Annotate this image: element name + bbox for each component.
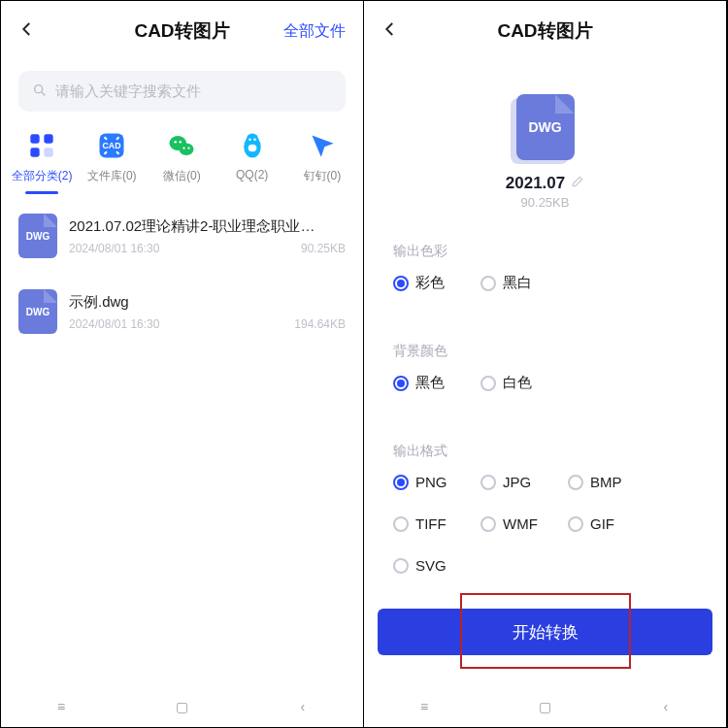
file-name-row[interactable]: 2021.07	[506, 174, 584, 193]
ding-icon	[306, 129, 339, 162]
convert-settings-panel: CAD转图片 DWG 2021.07 90.25KB 输出色彩 彩色黑白 背景颜…	[364, 1, 727, 727]
radio-icon	[393, 516, 409, 532]
search-input[interactable]: 请输入关键字搜索文件	[18, 71, 346, 112]
radio-option[interactable]: 黑色	[393, 374, 451, 392]
file-type-icon: DWG	[18, 214, 57, 258]
category-label: QQ(2)	[236, 168, 268, 182]
file-type-icon: DWG	[18, 289, 57, 334]
android-nav-bar: ≡ ▢ ‹	[364, 686, 726, 727]
category-tab[interactable]: QQ(2)	[217, 129, 287, 184]
recent-icon[interactable]: ≡	[414, 699, 434, 714]
radio-icon	[480, 276, 496, 291]
card-title: 输出色彩	[393, 243, 697, 260]
option-label: 黑白	[503, 274, 532, 292]
card-title: 输出格式	[393, 443, 697, 460]
category-label: 微信(0)	[163, 168, 201, 184]
option-label: JPG	[503, 474, 531, 490]
back-icon[interactable]	[381, 20, 399, 43]
file-size: 90.25KB	[301, 242, 346, 255]
option-label: PNG	[415, 474, 447, 490]
background-color-card: 背景颜色 黑色白色	[378, 329, 712, 410]
svg-rect-2	[30, 134, 39, 143]
edit-icon[interactable]	[571, 174, 584, 193]
svg-line-1	[42, 92, 45, 95]
radio-option[interactable]: 彩色	[393, 274, 451, 292]
category-tab[interactable]: 微信(0)	[147, 129, 216, 184]
radio-icon	[480, 376, 496, 391]
svg-point-0	[35, 84, 43, 92]
option-label: 白色	[503, 374, 532, 392]
svg-rect-3	[44, 134, 52, 143]
header: CAD转图片	[364, 1, 726, 61]
category-tab[interactable]: 钉钉(0)	[287, 129, 357, 184]
radio-option[interactable]: PNG	[393, 474, 451, 490]
file-name: 2021.07.02理论精讲2-职业理念职业…	[69, 217, 346, 236]
radio-icon	[568, 475, 583, 490]
radio-icon	[480, 516, 496, 532]
page-title: CAD转图片	[497, 18, 592, 44]
recent-icon[interactable]: ≡	[51, 699, 71, 714]
search-placeholder: 请输入关键字搜索文件	[55, 83, 201, 101]
home-icon[interactable]: ▢	[172, 699, 191, 714]
header: CAD转图片 全部文件	[1, 1, 363, 61]
file-date: 2024/08/01 16:30	[69, 317, 159, 331]
cad-icon: CAD	[95, 129, 128, 162]
back-nav-icon[interactable]: ‹	[656, 699, 676, 714]
option-label: 黑色	[415, 374, 445, 392]
start-convert-button[interactable]: 开始转换	[378, 609, 712, 655]
radio-option[interactable]: SVG	[393, 557, 451, 574]
category-label: 钉钉(0)	[304, 168, 342, 184]
radio-option[interactable]: GIF	[568, 515, 626, 532]
radio-icon	[393, 558, 409, 574]
home-icon[interactable]: ▢	[535, 699, 554, 714]
svg-point-11	[180, 141, 182, 144]
radio-icon	[480, 475, 496, 490]
file-item[interactable]: DWG示例.dwg2024/08/01 16:30194.64KB	[1, 274, 363, 349]
svg-point-10	[175, 141, 178, 144]
svg-point-16	[248, 139, 251, 142]
file-size: 194.64KB	[294, 317, 346, 331]
file-name: 示例.dwg	[69, 293, 346, 312]
highlight-box	[460, 593, 631, 669]
category-label: 文件库(0)	[87, 168, 137, 184]
category-tab[interactable]: CAD文件库(0)	[77, 129, 147, 184]
svg-point-12	[183, 147, 185, 149]
option-label: TIFF	[415, 515, 447, 532]
file-item[interactable]: DWG2021.07.02理论精讲2-职业理念职业…2024/08/01 16:…	[1, 198, 363, 274]
file-size: 90.25KB	[521, 195, 570, 210]
output-color-card: 输出色彩 彩色黑白	[378, 229, 712, 310]
svg-text:CAD: CAD	[103, 141, 121, 150]
radio-option[interactable]: 白色	[480, 374, 539, 392]
radio-icon	[393, 376, 409, 391]
category-tabs: 全部分类(2)CAD文件库(0)微信(0)QQ(2)钉钉(0)	[1, 129, 363, 198]
file-list: DWG2021.07.02理论精讲2-职业理念职业…2024/08/01 16:…	[1, 198, 363, 349]
qq-icon	[236, 129, 269, 162]
back-nav-icon[interactable]: ‹	[293, 699, 313, 714]
option-label: BMP	[590, 474, 622, 490]
android-nav-bar: ≡ ▢ ‹	[1, 686, 363, 727]
option-label: WMF	[503, 515, 538, 532]
radio-option[interactable]: BMP	[568, 474, 626, 490]
file-date: 2024/08/01 16:30	[69, 242, 159, 255]
file-preview: DWG 2021.07 90.25KB	[364, 61, 726, 219]
option-label: SVG	[415, 557, 447, 574]
svg-point-18	[248, 145, 256, 152]
file-name: 2021.07	[506, 174, 565, 193]
radio-option[interactable]: JPG	[480, 474, 539, 490]
back-icon[interactable]	[18, 20, 36, 43]
all-files-link[interactable]: 全部文件	[283, 21, 346, 42]
svg-point-13	[188, 147, 190, 149]
radio-option[interactable]: 黑白	[480, 274, 539, 292]
radio-option[interactable]: TIFF	[393, 515, 451, 532]
svg-point-9	[180, 144, 194, 156]
page-title: CAD转图片	[134, 18, 229, 44]
category-tab[interactable]: 全部分类(2)	[7, 129, 77, 184]
radio-option[interactable]: WMF	[480, 515, 539, 532]
svg-point-15	[246, 134, 258, 147]
option-label: 彩色	[415, 274, 445, 292]
svg-rect-5	[44, 148, 52, 156]
file-type-icon: DWG	[516, 94, 575, 160]
wechat-icon	[165, 129, 198, 162]
file-select-panel: CAD转图片 全部文件 请输入关键字搜索文件 全部分类(2)CAD文件库(0)微…	[1, 1, 364, 727]
card-title: 背景颜色	[393, 343, 697, 360]
